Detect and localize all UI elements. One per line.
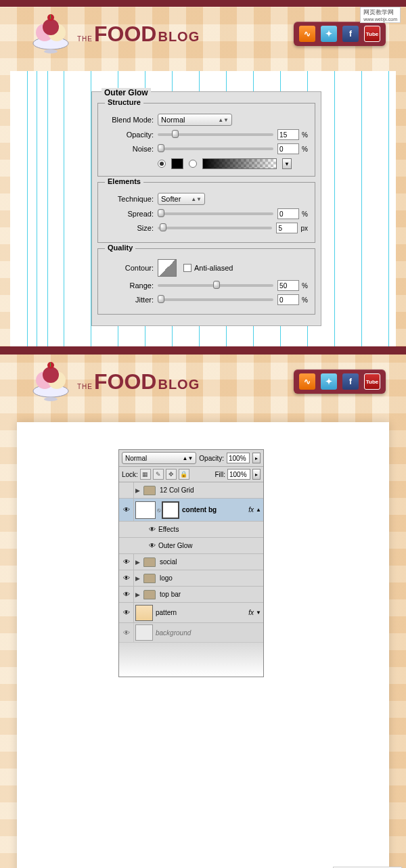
visibility-toggle[interactable]: 👁	[119, 499, 134, 521]
layer-row-grid[interactable]: ▶ 12 Col Grid	[119, 482, 263, 499]
divider-bar	[0, 346, 406, 355]
youtube-icon[interactable]: Tube	[364, 373, 380, 390]
lock-all-icon[interactable]: 🔒	[179, 469, 189, 480]
color-radio[interactable]	[158, 160, 166, 168]
visibility-toggle[interactable]: 👁	[119, 554, 134, 570]
layer-thumbnail	[135, 501, 156, 519]
noise-slider[interactable]	[158, 147, 273, 150]
gradient-radio[interactable]	[189, 160, 197, 168]
lock-transparency-icon[interactable]: ▦	[140, 469, 151, 480]
range-input[interactable]: 50	[277, 280, 299, 291]
youtube-icon[interactable]: Tube	[364, 26, 380, 42]
svg-point-4	[43, 19, 59, 35]
jitter-slider[interactable]	[158, 298, 273, 301]
layer-row-pattern[interactable]: 👁 pattern fx ▼	[119, 603, 263, 623]
layer-row-social[interactable]: 👁 ▶ social	[119, 554, 263, 570]
anti-alias-checkbox[interactable]	[183, 264, 191, 272]
fx-disclosure-icon[interactable]: ▲	[256, 507, 261, 513]
top-bar	[0, 0, 406, 7]
layer-effect-outer-glow[interactable]: 👁Outer Glow	[119, 538, 263, 554]
svg-rect-6	[50, 15, 51, 19]
layer-row-topbar[interactable]: 👁▶ top bar	[119, 587, 263, 603]
elements-group: Elements Technique: Softer▲▼ Spread: 0 %…	[97, 182, 315, 243]
anti-alias-label: Anti-aliased	[194, 264, 233, 272]
range-label: Range:	[105, 281, 154, 290]
logo: THE FOOD BLOG	[27, 14, 200, 54]
panel-fade	[119, 643, 263, 677]
social-bar: ∿ ✦ f Tube	[294, 22, 386, 46]
layer-thumbnail	[135, 605, 153, 621]
noise-input[interactable]: 0	[277, 143, 299, 154]
rss-icon[interactable]: ∿	[299, 373, 315, 390]
ice-cream-bowl-icon	[27, 14, 74, 54]
jitter-label: Jitter:	[105, 296, 154, 304]
logo-the: THE	[77, 35, 93, 43]
opacity-input[interactable]: 15	[277, 129, 299, 140]
spread-input[interactable]: 0	[277, 208, 299, 219]
logo-blog: BLOG	[158, 29, 200, 45]
disclosure-icon[interactable]: ▶	[135, 487, 142, 494]
header-1: THE FOOD BLOG ∿ ✦ f Tube 网页教学网 www.webjx…	[0, 7, 406, 61]
content-bg: Normal▲▼ Opacity: 100% ▸ Lock: ▦ ✎ ✥ 🔒 F…	[17, 422, 389, 868]
blend-mode-select[interactable]: Normal▲▼	[158, 114, 232, 126]
facebook-icon[interactable]: f	[342, 373, 359, 390]
technique-select[interactable]: Softer▲▼	[158, 193, 205, 205]
ice-cream-bowl-icon	[27, 361, 74, 402]
contour-picker[interactable]	[158, 259, 177, 277]
svg-point-1	[44, 49, 58, 53]
quality-group: Quality Contour: Anti-aliased Range: 50 …	[97, 248, 315, 315]
logo: THE FOOD BLOG	[27, 361, 200, 402]
layer-row-content-bg[interactable]: 👁 ⎋ content bg fx ▲	[119, 499, 263, 522]
blend-mode-label: Blend Mode:	[105, 116, 154, 124]
layer-effects-row[interactable]: 👁Effects	[119, 522, 263, 538]
gradient-dropdown-icon[interactable]: ▼	[282, 158, 292, 169]
range-slider[interactable]	[158, 284, 273, 287]
spread-label: Spread:	[105, 210, 154, 218]
panel-title: Outer Glow	[102, 88, 151, 97]
layer-opacity-input[interactable]: 100%	[227, 453, 250, 463]
technique-label: Technique:	[105, 195, 154, 203]
svg-point-7	[33, 385, 68, 397]
contour-label: Contour:	[105, 264, 154, 272]
fill-label: Fill:	[215, 471, 225, 478]
fill-input[interactable]: 100%	[227, 469, 250, 480]
opacity-stepper-icon[interactable]: ▸	[252, 453, 261, 463]
lock-position-icon[interactable]: ✥	[166, 469, 177, 480]
layer-style-panel: Outer Glow Structure Blend Mode: Normal▲…	[91, 91, 321, 326]
watermark-top: 网页教学网 www.webjx.com	[360, 7, 401, 23]
svg-point-11	[43, 367, 59, 383]
lock-pixels-icon[interactable]: ✎	[153, 469, 164, 480]
opacity-slider[interactable]	[158, 133, 273, 136]
layer-mask-thumbnail	[162, 501, 179, 519]
folder-icon	[143, 486, 156, 495]
color-swatch[interactable]	[171, 158, 183, 169]
layer-opacity-label: Opacity:	[199, 455, 224, 462]
jitter-input[interactable]: 0	[277, 294, 299, 305]
fill-stepper-icon[interactable]: ▸	[252, 469, 261, 480]
facebook-icon[interactable]: f	[342, 26, 359, 42]
structure-group: Structure Blend Mode: Normal▲▼ Opacity: …	[97, 103, 315, 177]
size-input[interactable]: 5	[276, 223, 298, 233]
guides-area: Outer Glow Structure Blend Mode: Normal▲…	[10, 71, 396, 346]
layers-panel: Normal▲▼ Opacity: 100% ▸ Lock: ▦ ✎ ✥ 🔒 F…	[118, 449, 264, 677]
gradient-swatch[interactable]	[202, 158, 277, 169]
spread-slider[interactable]	[158, 212, 273, 215]
layer-row-logo[interactable]: 👁▶ logo	[119, 570, 263, 587]
visibility-toggle[interactable]	[119, 482, 134, 498]
opacity-label: Opacity:	[105, 131, 154, 139]
svg-point-0	[33, 37, 68, 49]
social-bar: ∿ ✦ f Tube	[294, 369, 386, 394]
svg-point-8	[44, 397, 58, 401]
size-label: Size:	[105, 224, 154, 232]
noise-label: Noise:	[105, 145, 154, 153]
header-2: THE FOOD BLOG ∿ ✦ f Tube	[0, 355, 406, 409]
logo-food: FOOD	[94, 22, 156, 47]
twitter-icon[interactable]: ✦	[321, 26, 337, 42]
lock-label: Lock:	[122, 471, 138, 478]
twitter-icon[interactable]: ✦	[321, 373, 337, 390]
size-slider[interactable]	[158, 227, 272, 229]
layer-blend-select[interactable]: Normal▲▼	[122, 452, 196, 464]
layer-row-background[interactable]: 👁 background	[119, 623, 263, 643]
rss-icon[interactable]: ∿	[299, 26, 315, 42]
svg-rect-13	[50, 363, 51, 367]
